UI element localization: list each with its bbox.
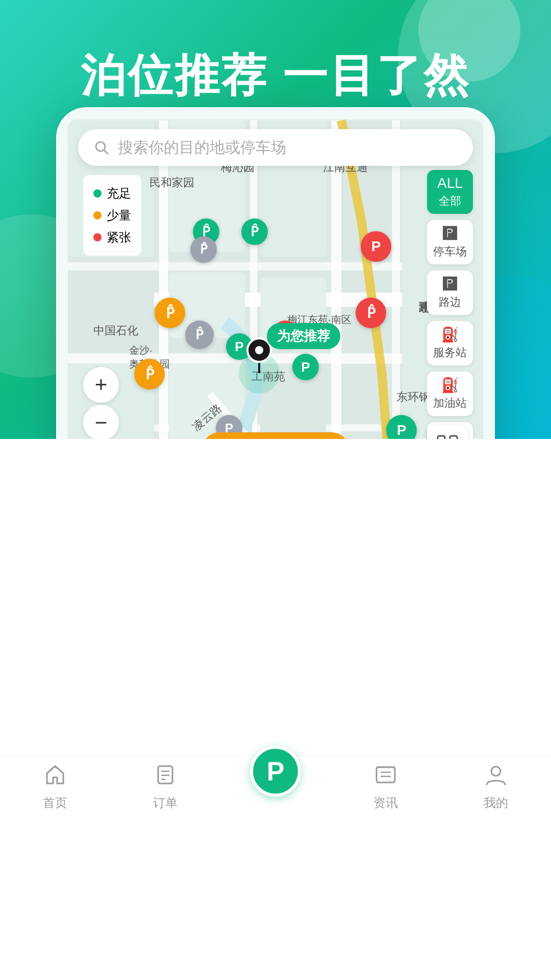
bottom-navigation: 首页 订单 P 资讯 xyxy=(0,755,551,822)
legend-item-scarce: 少量 xyxy=(93,204,131,226)
legend-label-scarce: 少量 xyxy=(107,204,131,226)
search-icon xyxy=(92,138,111,157)
zoom-in-button[interactable]: + xyxy=(83,367,119,403)
svg-rect-22 xyxy=(438,436,445,439)
filter-parking-lot[interactable]: 🅿 停车场 xyxy=(427,220,473,264)
filter-roadside-icon: 🅿 xyxy=(443,276,457,292)
legend-item-sufficient: 充足 xyxy=(93,182,131,204)
orders-icon xyxy=(153,762,178,792)
pin-green-2[interactable]: P̂ xyxy=(241,218,268,245)
svg-line-21 xyxy=(104,150,108,154)
svg-rect-24 xyxy=(450,436,457,439)
svg-point-38 xyxy=(491,767,500,776)
filter-all-icon: ALL xyxy=(437,175,463,191)
zoom-in-icon: + xyxy=(95,373,108,397)
hero-title: 泊位推荐 一目了然 xyxy=(81,51,470,101)
filter-all-label: 全部 xyxy=(439,193,461,209)
filter-parking-label: 停车场 xyxy=(433,244,467,259)
legend-dot-yellow xyxy=(93,211,102,219)
filter-gas[interactable]: ⛽ 加油站 xyxy=(427,372,473,416)
map-label-minhe: 民和家园 xyxy=(149,175,194,190)
legend-label-sufficient: 充足 xyxy=(107,182,131,204)
nav-profile-label: 我的 xyxy=(484,795,508,811)
svg-rect-5 xyxy=(159,120,168,439)
profile-icon xyxy=(484,762,508,792)
filter-gas-icon: ⛽ xyxy=(441,377,459,394)
location-tail xyxy=(258,363,260,373)
pin-yellow-2[interactable]: P̂ xyxy=(134,359,165,389)
location-dot xyxy=(255,346,263,354)
filter-service-label: 服务站 xyxy=(433,345,467,360)
nav-park-center[interactable]: P xyxy=(220,771,331,802)
nav-home[interactable]: 首页 xyxy=(0,762,110,811)
legend-dot-green xyxy=(93,189,102,198)
map-label-petrochina: 中国石化 xyxy=(93,323,138,338)
map-legend: 充足 少量 紧张 xyxy=(83,175,141,256)
phone-mockup: 搜索你的目的地或停车场 充足 少量 紧张 xyxy=(56,107,495,439)
nav-news[interactable]: 资讯 xyxy=(331,762,441,811)
search-bar[interactable]: 搜索你的目的地或停车场 xyxy=(78,129,473,166)
legend-item-tight: 紧张 xyxy=(93,226,131,248)
phone-frame: 搜索你的目的地或停车场 充足 少量 紧张 xyxy=(56,107,495,439)
news-icon xyxy=(373,762,398,792)
legend-dot-red xyxy=(93,233,102,241)
zoom-out-button[interactable]: − xyxy=(83,405,119,439)
filter-service-icon: ⛽ xyxy=(441,326,459,343)
search-placeholder: 搜索你的目的地或停车场 xyxy=(118,137,286,158)
pin-red-1[interactable]: P xyxy=(361,231,391,262)
park-center-icon: P xyxy=(267,756,285,787)
svg-rect-34 xyxy=(377,767,395,782)
pin-gray-1[interactable]: P̂ xyxy=(190,236,217,263)
filter-roadside[interactable]: 🅿 路边 xyxy=(427,271,473,315)
filter-all[interactable]: ALL 全部 xyxy=(427,170,473,214)
pin-yellow-1[interactable]: P̂ xyxy=(155,298,185,328)
filter-parking-icon: 🅿 xyxy=(443,225,457,242)
recommend-label: 为您推荐 xyxy=(277,328,330,344)
filter-buttons: ALL 全部 🅿 停车场 🅿 路边 ⛽ 服务站 xyxy=(427,170,473,439)
filter-gas-label: 加油站 xyxy=(433,396,467,411)
nav-news-label: 资讯 xyxy=(373,795,398,811)
pin-hat-1[interactable]: P̂ xyxy=(185,321,214,349)
legend-label-tight: 紧张 xyxy=(107,226,131,248)
nav-orders[interactable]: 订单 xyxy=(110,762,220,811)
pin-green-4[interactable]: P xyxy=(292,354,319,380)
scan-button[interactable] xyxy=(427,425,468,439)
nav-profile[interactable]: 我的 xyxy=(441,762,551,811)
recommend-badge: 为您推荐 xyxy=(267,323,340,349)
park-center-button[interactable]: P xyxy=(250,746,301,797)
current-location-pin xyxy=(246,337,272,373)
map-container: 搜索你的目的地或停车场 充足 少量 紧张 xyxy=(68,119,483,439)
zoom-controls: + − xyxy=(83,367,119,439)
pin-red-2[interactable]: P̂ xyxy=(356,298,386,328)
scroll-more-banner[interactable]: 上滑查看更多 ✕ xyxy=(203,432,349,439)
nav-orders-label: 订单 xyxy=(153,795,178,811)
filter-roadside-label: 路边 xyxy=(439,295,461,310)
hero-section: 泊位推荐 一目了然 智能推荐就近停车场 xyxy=(0,0,551,439)
spacer xyxy=(0,439,551,755)
nav-home-label: 首页 xyxy=(43,795,67,811)
zoom-out-icon: − xyxy=(95,410,108,435)
home-icon xyxy=(43,762,67,792)
filter-service[interactable]: ⛽ 服务站 xyxy=(427,321,473,365)
